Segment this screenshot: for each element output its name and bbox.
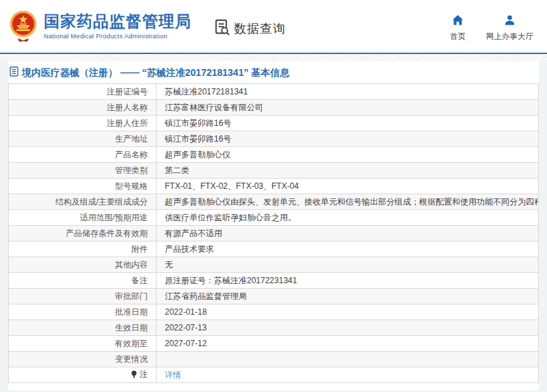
row-label: 结构及组成/主要组成成分 bbox=[9, 194, 157, 210]
table-row: 注详情 bbox=[9, 367, 539, 383]
row-label: 注 bbox=[9, 367, 157, 383]
row-value: 2022-07-13 bbox=[157, 320, 539, 336]
table-row: 其他内容无 bbox=[9, 257, 539, 273]
table-row: 管理类别第二类 bbox=[9, 163, 539, 179]
content-panel: 境内医疗器械（注册） —— “苏械注准20172181341” 基本信息 注册证… bbox=[8, 61, 539, 391]
document-icon bbox=[10, 66, 18, 79]
registration-info-table: 注册证编号苏械注准20172181341注册人名称江苏富林医疗设备有限公司注册人… bbox=[8, 83, 539, 383]
row-value: 有源产品不适用 bbox=[157, 226, 539, 241]
row-value: 苏械注准20172181341 bbox=[157, 84, 539, 100]
row-value: 镇江市晏卯路16号 bbox=[157, 116, 539, 131]
nav-item-home[interactable]: 首页 bbox=[450, 14, 466, 42]
table-row: 批准日期2022-01-18 bbox=[9, 304, 539, 320]
table-row: 生效日期2022-07-13 bbox=[9, 320, 539, 336]
table-row: 结构及组成/主要组成成分超声多普勒胎心仪由探头、发射单元、接收单元和信号输出部分… bbox=[9, 194, 539, 210]
data-query-section: 数据查询 bbox=[213, 18, 286, 39]
row-label: 变更情况 bbox=[9, 352, 157, 367]
table-row: 审批部门江苏省药品监督管理局 bbox=[9, 289, 539, 304]
row-label: 管理类别 bbox=[9, 163, 157, 179]
row-value: 超声多普勒胎心仪 bbox=[157, 147, 539, 163]
org-name-en: National Medical Products Administration bbox=[44, 32, 191, 40]
page-title-bar: 境内医疗器械（注册） —— “苏械注准20172181341” 基本信息 bbox=[8, 61, 539, 83]
row-label: 注册人住所 bbox=[9, 116, 157, 131]
table-row: 附件产品技术要求 bbox=[9, 241, 539, 257]
row-value: 供医疗单位作监听孕妇胎心音之用。 bbox=[157, 210, 539, 226]
table-row: 变更情况 bbox=[9, 352, 539, 367]
row-value: 江苏富林医疗设备有限公司 bbox=[157, 100, 539, 116]
table-row: 注册人名称江苏富林医疗设备有限公司 bbox=[9, 100, 539, 116]
info-table-body: 注册证编号苏械注准20172181341注册人名称江苏富林医疗设备有限公司注册人… bbox=[9, 84, 539, 383]
page-title: 境内医疗器械（注册） —— “苏械注准20172181341” 基本信息 bbox=[22, 67, 289, 79]
table-row: 备注原注册证号：苏械注准20172231341 bbox=[9, 273, 539, 289]
row-label: 备注 bbox=[9, 273, 157, 289]
row-label: 其他内容 bbox=[9, 257, 157, 273]
nav-item-label: 网上办事大厅 bbox=[486, 31, 533, 42]
table-row: 型号规格FTX-01、FTX-02、FTX-03、FTX-04 bbox=[9, 179, 539, 194]
row-value: 产品技术要求 bbox=[157, 241, 539, 257]
row-value: 原注册证号：苏械注准20172231341 bbox=[157, 273, 539, 289]
table-row: 适用范围/预期用途供医疗单位作监听孕妇胎心音之用。 bbox=[9, 210, 539, 226]
row-value: 详情 bbox=[157, 367, 539, 383]
header-nav: 首页 网上办事大厅 bbox=[450, 14, 533, 42]
table-row: 产品名称超声多普勒胎心仪 bbox=[9, 147, 539, 163]
section-title: 数据查询 bbox=[234, 21, 286, 37]
org-name-zh: 国家药品监督管理局 bbox=[44, 13, 191, 30]
row-value: FTX-01、FTX-02、FTX-03、FTX-04 bbox=[157, 179, 539, 194]
row-label: 有效期至 bbox=[9, 336, 157, 352]
row-label: 审批部门 bbox=[9, 289, 157, 304]
row-label: 产品名称 bbox=[9, 147, 157, 163]
row-value: 江苏省药品监督管理局 bbox=[157, 289, 539, 304]
nav-item-label: 首页 bbox=[450, 31, 466, 42]
table-row: 注册人住所镇江市晏卯路16号 bbox=[9, 116, 539, 131]
row-label: 附件 bbox=[9, 241, 157, 257]
row-label: 适用范围/预期用途 bbox=[9, 210, 157, 226]
logo-group: 国家药品监督管理局 National Medical Products Admi… bbox=[8, 8, 191, 45]
user-icon bbox=[504, 14, 516, 29]
row-label: 注册证编号 bbox=[9, 84, 157, 100]
row-label: 生效日期 bbox=[9, 320, 157, 336]
table-row: 产品储存条件及有效期有源产品不适用 bbox=[9, 226, 539, 241]
table-row: 注册证编号苏械注准20172181341 bbox=[9, 84, 539, 100]
row-value: 2027-07-12 bbox=[157, 336, 539, 352]
nav-item-service-hall[interactable]: 网上办事大厅 bbox=[486, 14, 533, 42]
row-label: 生产地址 bbox=[9, 131, 157, 147]
header: 国家药品监督管理局 National Medical Products Admi… bbox=[0, 0, 547, 54]
row-value: 镇江市晏卯路16号 bbox=[157, 131, 539, 147]
striped-divider bbox=[0, 54, 547, 61]
national-emblem-icon bbox=[8, 8, 38, 45]
detail-link[interactable]: 详情 bbox=[165, 370, 181, 380]
row-value: 无 bbox=[157, 257, 539, 273]
row-label: 注册人名称 bbox=[9, 100, 157, 116]
table-row: 生产地址镇江市晏卯路16号 bbox=[9, 131, 539, 147]
row-value: 超声多普勒胎心仪由探头、发射单元、接收单元和信号输出部分组成；根据配置和使用功能… bbox=[157, 194, 539, 210]
table-row: 有效期至2027-07-12 bbox=[9, 336, 539, 352]
row-value: 2022-01-18 bbox=[157, 304, 539, 320]
home-icon bbox=[452, 14, 464, 29]
row-label: 型号规格 bbox=[9, 179, 157, 194]
document-search-icon bbox=[213, 18, 231, 39]
row-value bbox=[157, 352, 539, 367]
row-value: 第二类 bbox=[157, 163, 539, 179]
row-label: 批准日期 bbox=[9, 304, 157, 320]
row-label: 产品储存条件及有效期 bbox=[9, 226, 157, 241]
note-pin-icon bbox=[131, 370, 138, 380]
